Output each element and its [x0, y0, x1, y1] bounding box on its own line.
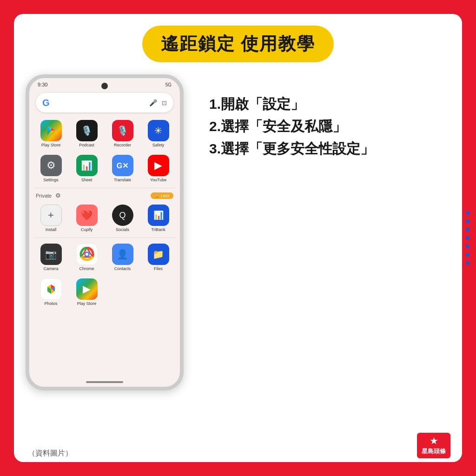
app-playstore[interactable]: Play Store — [34, 118, 68, 149]
header-area: 遙距鎖定 使用教學 — [28, 26, 448, 62]
app-playstore2[interactable]: ▶ Play Store — [70, 277, 104, 308]
safety-icon: ✳ — [148, 120, 169, 141]
caption-text: （資料圖片） — [28, 449, 73, 457]
socials-icon: Q — [112, 205, 133, 226]
logo-area: ★ 星島頭條 — [417, 433, 450, 458]
app-label-playstore2: Play Store — [77, 301, 97, 306]
brand-name: 星島頭條 — [422, 447, 446, 456]
app-contacts[interactable]: 👤 Contacts — [106, 242, 139, 273]
svg-marker-3 — [51, 131, 55, 133]
divider-1 — [34, 188, 175, 188]
lock-icon: 🔒 — [154, 193, 159, 198]
dot-1 — [466, 211, 469, 215]
podcast-icon: 🎙️ — [76, 120, 98, 141]
dot-7 — [466, 261, 469, 265]
app-empty-1 — [106, 277, 139, 308]
instruction-2: 2.選擇「安全及私隱」 — [209, 115, 450, 138]
instruction-3: 3.選擇「更多安全性設定」 — [209, 138, 450, 160]
app-label-safety: Safety — [152, 143, 165, 147]
app-grid-row4: 📷 Camera Chrome — [29, 240, 180, 275]
private-header: Private ⚙ 🔒 Lock — [29, 190, 180, 201]
contacts-icon: 👤 — [112, 244, 133, 265]
youtube-icon: ▶ — [148, 155, 169, 176]
home-indicator[interactable] — [86, 381, 123, 383]
app-cupify[interactable]: ❤️ Cupify — [70, 203, 104, 234]
phone-time: 9:30 — [38, 82, 47, 87]
app-socials[interactable]: Q Socials — [106, 203, 139, 234]
lock-label: Lock — [161, 193, 170, 198]
app-label-settings: Settings — [43, 178, 59, 182]
app-recorder[interactable]: 🎙️ Recorder — [106, 118, 139, 149]
instructions-area: 1.開啟「設定」 2.選擇「安全及私隱」 3.選擇「更多安全性設定」 — [209, 93, 450, 160]
dot-6 — [466, 253, 469, 257]
playstore-icon — [40, 120, 62, 141]
install-icon: + — [40, 205, 62, 226]
caption: （資料圖片） — [28, 449, 73, 458]
app-install[interactable]: + Install — [34, 203, 68, 234]
phone-area: 9:30 5G G 🎤 ⊡ Play Stor — [26, 74, 193, 439]
files-icon: 📁 — [148, 244, 169, 265]
tribank-icon: 📊 — [148, 205, 169, 226]
playstore2-icon: ▶ — [76, 278, 98, 300]
instruction-1: 1.開啟「設定」 — [209, 93, 450, 115]
app-camera[interactable]: 📷 Camera — [34, 242, 68, 273]
app-label-podcast: Podcast — [79, 143, 94, 147]
phone-frame: 9:30 5G G 🎤 ⊡ Play Stor — [26, 74, 184, 390]
divider-2 — [34, 238, 175, 238]
lens-icon: ⊡ — [162, 99, 167, 106]
camera-icon: 📷 — [40, 244, 62, 265]
app-grid-row2: ⚙ Settings 📊 Sheet G✕ Translate ▶ — [29, 151, 180, 186]
private-label: Private — [36, 193, 52, 198]
app-label-cupify: Cupify — [81, 227, 93, 232]
app-label-camera: Camera — [43, 266, 58, 271]
app-tribank[interactable]: 📊 TriBank — [141, 203, 175, 234]
app-files[interactable]: 📁 Files — [141, 242, 175, 273]
settings-icon: ⚙ — [40, 155, 62, 176]
app-label-recorder: Recorder — [114, 143, 131, 147]
app-grid-row5: Photos ▶ Play Store — [29, 275, 180, 310]
app-label-tribank: TriBank — [151, 227, 165, 232]
app-label-photos: Photos — [44, 301, 57, 306]
mic-icon: 🎤 — [149, 99, 157, 106]
app-youtube[interactable]: ▶ YouTube — [141, 153, 175, 184]
recorder-icon: 🎙️ — [112, 120, 133, 141]
translate-icon: G✕ — [112, 155, 133, 176]
app-grid-row1: Play Store 🎙️ Podcast 🎙️ Recorder ✳ Safe… — [29, 116, 180, 151]
app-label-contacts: Contacts — [114, 266, 131, 271]
app-label-files: Files — [154, 266, 163, 271]
sheets-icon: 📊 — [76, 155, 98, 176]
app-label-chrome: Chrome — [79, 266, 94, 271]
app-safety[interactable]: ✳ Safety — [141, 118, 175, 149]
cupify-icon: ❤️ — [76, 205, 98, 226]
app-sheets[interactable]: 📊 Sheet — [70, 153, 104, 184]
app-label-socials: Socials — [116, 227, 129, 232]
google-search-bar[interactable]: G 🎤 ⊡ — [36, 93, 173, 112]
app-chrome[interactable]: Chrome — [70, 242, 104, 273]
brand-logo: ★ 星島頭條 — [417, 433, 450, 458]
app-label-translate: Translate — [114, 178, 131, 182]
svg-point-8 — [86, 253, 88, 256]
title-pill: 遙距鎖定 使用教學 — [142, 26, 334, 62]
dot-4 — [466, 236, 469, 240]
app-photos[interactable]: Photos — [34, 277, 68, 308]
chrome-icon — [76, 244, 98, 265]
app-empty-2 — [141, 277, 175, 308]
app-label-youtube: YouTube — [150, 178, 166, 182]
lock-badge[interactable]: 🔒 Lock — [151, 192, 173, 199]
decorative-dots — [466, 211, 469, 265]
app-label-install: Install — [46, 227, 57, 232]
app-label-playstore: Play Store — [41, 143, 61, 147]
app-translate[interactable]: G✕ Translate — [106, 153, 139, 184]
page-title: 遙距鎖定 使用教學 — [161, 34, 316, 53]
google-logo: G — [42, 98, 50, 108]
phone-camera — [101, 83, 108, 89]
phone-signal: 5G — [165, 82, 172, 87]
app-grid-row3: + Install ❤️ Cupify Q Socials 📊 — [29, 201, 180, 236]
app-label-sheets: Sheet — [81, 178, 93, 182]
brand-star: ★ — [422, 436, 446, 447]
photos-icon — [40, 278, 62, 300]
app-podcast[interactable]: 🎙️ Podcast — [70, 118, 104, 149]
dot-5 — [466, 245, 469, 248]
dot-2 — [466, 219, 469, 223]
app-settings[interactable]: ⚙ Settings — [34, 153, 68, 184]
